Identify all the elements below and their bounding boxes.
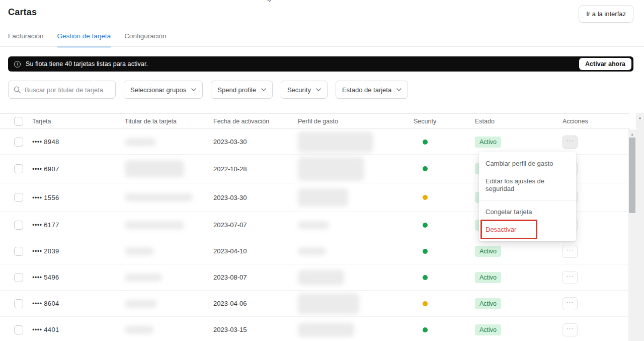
spend-profile-redacted <box>298 188 348 207</box>
card-actions-menu: Cambiar perfil de gastoEditar los ajuste… <box>479 152 576 241</box>
security-status-dot-green <box>423 249 428 254</box>
security-status-dot-green <box>423 166 428 171</box>
row-actions-button[interactable]: ··· <box>562 135 578 149</box>
dropdown-label: Spend profile <box>217 86 256 94</box>
spend-profile-redacted <box>298 221 329 229</box>
cardholder-redacted <box>125 274 162 282</box>
filter-dropdown-spend-profile[interactable]: Spend profile <box>211 81 273 99</box>
table-row: •••• 86042023-04-06Activo··· <box>0 291 630 317</box>
spend-profile-redacted <box>298 293 359 314</box>
scrollbar-thumb[interactable] <box>629 138 635 213</box>
spend-profile-redacted <box>298 270 344 285</box>
card-number: •••• 1556 <box>32 194 125 201</box>
activation-date: 2023-03-30 <box>213 138 298 146</box>
spend-profile-redacted <box>298 157 364 181</box>
menu-item-editar-los-ajustes-de-seguridad[interactable]: Editar los ajustes de seguridad <box>479 172 576 197</box>
row-checkbox[interactable] <box>14 299 23 308</box>
col-fecha: Fecha de activación <box>213 118 298 125</box>
tab-gestion-de-tarjeta[interactable]: Gestión de tarjeta <box>57 32 111 47</box>
status-badge: Activo <box>475 298 501 309</box>
chevron-down-icon <box>191 88 196 91</box>
filter-dropdown-estado-de-tarjeta[interactable]: Estado de tarjeta <box>336 81 408 99</box>
dropdown-label: Seleccionar grupos <box>130 86 186 94</box>
card-number: •••• 2039 <box>32 247 125 255</box>
row-actions-button[interactable]: ··· <box>562 245 578 258</box>
col-tarjeta: Tarjeta <box>32 118 125 125</box>
row-actions-button[interactable]: ··· <box>562 271 578 284</box>
tab-bar: FacturaciónGestión de tarjetaConfiguraci… <box>8 32 166 47</box>
card-number: •••• 6177 <box>32 221 125 229</box>
activation-date: 2023-08-07 <box>213 274 298 281</box>
menu-item-cambiar-perfil-de-gasto[interactable]: Cambiar perfil de gasto <box>479 155 576 172</box>
activate-now-button[interactable]: Activar ahora <box>579 58 631 70</box>
tab-divider <box>0 46 644 47</box>
scroll-up-icon[interactable]: ▲ <box>636 113 644 119</box>
status-badge: Activo <box>475 324 501 335</box>
cardholder-redacted <box>125 221 184 229</box>
page-title: Cartas <box>8 7 37 18</box>
filter-dropdown-security[interactable]: Security <box>281 81 328 99</box>
tab-configuracion[interactable]: Configuración <box>124 32 166 47</box>
card-number: •••• 5496 <box>32 274 125 281</box>
security-status-dot-green <box>423 223 428 228</box>
spend-profile-redacted <box>298 247 326 255</box>
security-status-dot-green <box>423 140 428 145</box>
dropdown-label: Security <box>287 86 311 94</box>
table-scrollbar[interactable]: ▲ <box>628 129 636 341</box>
banner-text: Su flota tiene 40 tarjetas listas para a… <box>26 60 148 67</box>
row-checkbox[interactable] <box>14 247 23 256</box>
menu-item-congelar-tarjeta[interactable]: Congelar tarjeta <box>479 203 576 221</box>
chevron-down-icon <box>396 88 401 91</box>
col-perfil: Perfil de gasto <box>298 118 414 125</box>
row-checkbox[interactable] <box>14 193 23 202</box>
card-number: •••• 4401 <box>32 326 125 333</box>
row-actions-button[interactable]: ··· <box>562 297 578 310</box>
info-circle-icon: i <box>14 61 21 67</box>
security-status-dot-green <box>423 275 428 280</box>
card-number: •••• 8948 <box>32 138 125 146</box>
activation-date: 2023-07-07 <box>213 221 298 229</box>
menu-item-desactivar[interactable]: Desactivar <box>479 221 576 238</box>
card-number: •••• 8604 <box>32 300 125 307</box>
security-status-dot-yellow <box>423 301 428 306</box>
dropdown-label: Estado de tarjeta <box>342 86 391 94</box>
status-badge: Activo <box>475 246 501 257</box>
go-to-interface-button[interactable]: Ir a la interfaz <box>579 5 633 23</box>
clipped-artifact: ty <box>267 0 281 4</box>
col-acciones: Acciones <box>562 118 630 125</box>
row-checkbox[interactable] <box>14 273 23 282</box>
scroll-up-icon[interactable]: ▲ <box>628 129 636 136</box>
page-scrollbar[interactable]: ▲ <box>636 113 644 341</box>
table-row: •••• 54962023-08-07Activo··· <box>0 264 630 291</box>
activation-date: 2023-03-30 <box>213 194 298 201</box>
search-box[interactable] <box>8 81 116 99</box>
cardholder-redacted <box>125 193 193 201</box>
status-badge: Activo <box>475 272 501 283</box>
table-row: •••• 44012023-03-15Activo··· <box>0 317 630 341</box>
row-actions-button[interactable]: ··· <box>562 323 578 336</box>
activation-date: 2023-03-15 <box>213 326 298 333</box>
row-checkbox[interactable] <box>14 325 23 334</box>
cardholder-redacted <box>125 326 154 334</box>
spend-profile-redacted <box>298 131 373 153</box>
search-icon <box>14 86 21 93</box>
security-status-dot-yellow <box>423 195 428 200</box>
row-checkbox[interactable] <box>14 164 23 173</box>
security-status-dot-green <box>423 327 428 332</box>
filter-dropdown-seleccionar-grupos[interactable]: Seleccionar grupos <box>124 81 203 99</box>
row-checkbox[interactable] <box>14 138 23 147</box>
activation-date: 2022-10-28 <box>213 165 298 173</box>
tab-facturacion[interactable]: Facturación <box>8 32 44 47</box>
status-badge: Activo <box>475 137 501 148</box>
table-row: •••• 20392023-04-10Activo··· <box>0 238 630 264</box>
cardholder-redacted <box>125 300 157 308</box>
table-header: Tarjeta Titular de la tarjeta Fecha de a… <box>0 113 630 129</box>
select-all-checkbox[interactable] <box>14 117 23 126</box>
activation-date: 2023-04-06 <box>213 300 298 307</box>
activation-banner: i Su flota tiene 40 tarjetas listas para… <box>8 56 633 72</box>
search-input[interactable] <box>25 86 110 94</box>
filter-bar: Seleccionar gruposSpend profileSecurityE… <box>8 81 408 99</box>
col-estado: Estado <box>475 118 562 125</box>
row-checkbox[interactable] <box>14 221 23 230</box>
col-security: Security <box>414 118 475 125</box>
